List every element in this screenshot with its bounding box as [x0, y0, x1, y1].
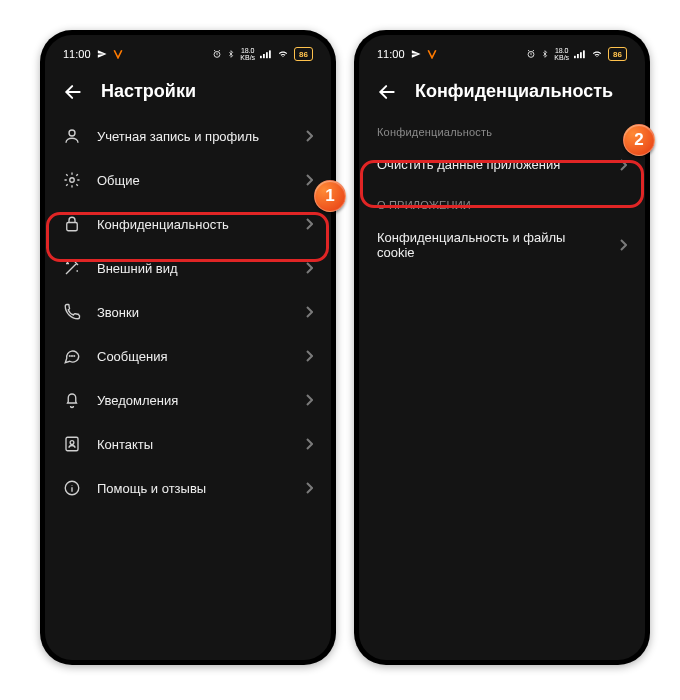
bluetooth-icon	[227, 49, 235, 59]
screen-settings: 11:00 18.0KB/s 86 Настройки	[45, 35, 331, 660]
gear-icon	[63, 171, 81, 189]
row-clear-data[interactable]: Очистить данные приложения	[359, 144, 645, 185]
bluetooth-icon	[541, 49, 549, 59]
wand-icon	[63, 259, 81, 277]
row-messages[interactable]: Сообщения	[45, 334, 331, 378]
chevron-right-icon	[305, 174, 313, 186]
page-title: Настройки	[101, 81, 196, 102]
svg-rect-4	[269, 50, 271, 58]
back-icon[interactable]	[63, 82, 83, 102]
svg-point-6	[70, 178, 75, 183]
svg-point-10	[74, 356, 75, 357]
status-time: 11:00	[377, 48, 405, 60]
chevron-right-icon	[619, 239, 627, 251]
chat-icon	[63, 347, 81, 365]
svg-rect-18	[583, 50, 585, 58]
info-icon	[63, 479, 81, 497]
chevron-right-icon	[305, 218, 313, 230]
status-time: 11:00	[63, 48, 91, 60]
row-label: Конфиденциальность	[97, 217, 289, 232]
wifi-icon	[591, 49, 603, 59]
signal-icon	[574, 49, 586, 59]
chevron-right-icon	[305, 130, 313, 142]
contacts-icon	[63, 435, 81, 453]
row-account[interactable]: Учетная запись и профиль	[45, 114, 331, 158]
row-label: Учетная запись и профиль	[97, 129, 289, 144]
row-cookie[interactable]: Конфиденциальность и файлы cookie	[359, 217, 645, 273]
viber-glyph-icon	[113, 49, 123, 59]
battery-indicator: 86	[608, 47, 627, 61]
screen-privacy: 11:00 18.0KB/s 86 Конфиденциальность Кон…	[359, 35, 645, 660]
row-general[interactable]: Общие	[45, 158, 331, 202]
row-contacts[interactable]: Контакты	[45, 422, 331, 466]
svg-point-12	[70, 441, 74, 445]
section-about: О ПРИЛОЖЕНИИ	[359, 185, 645, 217]
row-label: Очистить данные приложения	[377, 157, 603, 172]
row-label: Звонки	[97, 305, 289, 320]
annotation-badge-2: 2	[623, 124, 655, 156]
row-label: Конфиденциальность и файлы cookie	[377, 230, 603, 260]
header: Настройки	[45, 67, 331, 112]
row-notifications[interactable]: Уведомления	[45, 378, 331, 422]
svg-rect-1	[260, 56, 262, 58]
row-label: Общие	[97, 173, 289, 188]
row-label: Внешний вид	[97, 261, 289, 276]
phone-left: 11:00 18.0KB/s 86 Настройки	[40, 30, 336, 665]
chevron-right-icon	[305, 438, 313, 450]
signal-icon	[260, 49, 272, 59]
section-privacy: Конфиденциальность	[359, 112, 645, 144]
battery-indicator: 86	[294, 47, 313, 61]
bell-icon	[63, 391, 81, 409]
row-label: Контакты	[97, 437, 289, 452]
chevron-right-icon	[619, 159, 627, 171]
svg-rect-15	[574, 56, 576, 58]
back-icon[interactable]	[377, 82, 397, 102]
svg-rect-3	[266, 52, 268, 58]
alarm-icon	[526, 49, 536, 59]
row-help[interactable]: Помощь и отзывы	[45, 466, 331, 510]
svg-rect-16	[577, 54, 579, 58]
status-bar: 11:00 18.0KB/s 86	[359, 35, 645, 67]
row-privacy[interactable]: Конфиденциальность	[45, 202, 331, 246]
svg-rect-2	[263, 54, 265, 58]
svg-point-5	[69, 130, 75, 136]
wifi-icon	[277, 49, 289, 59]
send-icon	[97, 49, 107, 59]
svg-point-8	[69, 356, 70, 357]
net-speed: 18.0KB/s	[554, 47, 569, 61]
status-bar: 11:00 18.0KB/s 86	[45, 35, 331, 67]
settings-list: Учетная запись и профиль Общие Конфиденц…	[45, 112, 331, 510]
row-calls[interactable]: Звонки	[45, 290, 331, 334]
alarm-icon	[212, 49, 222, 59]
chevron-right-icon	[305, 262, 313, 274]
svg-rect-17	[580, 52, 582, 58]
row-label: Уведомления	[97, 393, 289, 408]
row-label: Сообщения	[97, 349, 289, 364]
phone-right: 11:00 18.0KB/s 86 Конфиденциальность Кон…	[354, 30, 650, 665]
chevron-right-icon	[305, 482, 313, 494]
net-speed: 18.0KB/s	[240, 47, 255, 61]
lock-icon	[63, 215, 81, 233]
viber-glyph-icon	[427, 49, 437, 59]
row-label: Помощь и отзывы	[97, 481, 289, 496]
phone-icon	[63, 303, 81, 321]
chevron-right-icon	[305, 306, 313, 318]
svg-point-9	[72, 356, 73, 357]
header: Конфиденциальность	[359, 67, 645, 112]
chevron-right-icon	[305, 350, 313, 362]
send-icon	[411, 49, 421, 59]
page-title: Конфиденциальность	[415, 81, 613, 102]
user-icon	[63, 127, 81, 145]
annotation-badge-1: 1	[314, 180, 346, 212]
chevron-right-icon	[305, 394, 313, 406]
row-appearance[interactable]: Внешний вид	[45, 246, 331, 290]
svg-rect-7	[67, 223, 78, 231]
